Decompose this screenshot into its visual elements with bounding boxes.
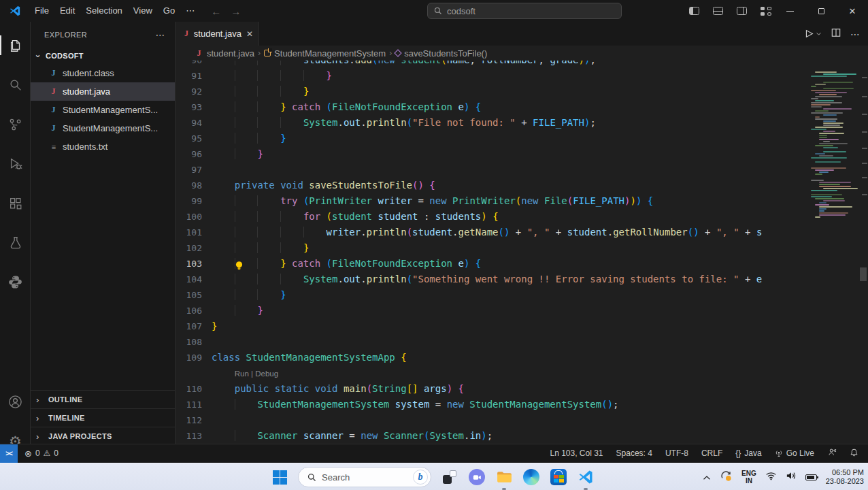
code-line-97[interactable]: 97 [176, 162, 808, 178]
source-control-icon[interactable] [0, 109, 31, 140]
testing-icon[interactable] [0, 227, 31, 258]
command-center-search[interactable]: codsoft [427, 3, 622, 19]
line-number[interactable]: 95 [176, 131, 212, 146]
code-editor[interactable]: 90 students.add(new student(name, rollNu… [176, 61, 808, 444]
breadcrumb-method[interactable]: saveStudentsToFile() [404, 48, 487, 59]
section-java-projects[interactable]: ›JAVA PROJECTS [31, 427, 175, 445]
language-indicator[interactable]: ENGIN [741, 470, 756, 485]
eol-sequence[interactable]: CRLF [701, 448, 722, 458]
breadcrumb-file[interactable]: student.java [207, 48, 254, 59]
battery-icon[interactable] [805, 474, 817, 480]
line-number[interactable]: 100 [176, 209, 212, 225]
task-view-button[interactable] [441, 468, 458, 486]
code-line-90[interactable]: 90 students.add(new student(name, rollNu… [176, 61, 808, 68]
code-line-105[interactable]: 105 } [176, 287, 808, 303]
menu-view[interactable]: View [128, 3, 158, 18]
toggle-primary-sidebar-icon[interactable] [689, 7, 699, 15]
microsoft-store-button[interactable] [550, 468, 567, 486]
code-line-112[interactable]: 112 [176, 412, 808, 428]
line-number[interactable]: 107 [176, 318, 212, 334]
line-number[interactable]: 108 [176, 334, 212, 350]
feedback-icon[interactable] [827, 448, 837, 459]
file-item-students-txt[interactable]: ≡students.txt [31, 137, 175, 156]
code-line-104[interactable]: 104 System.out.println("Something went w… [176, 272, 808, 287]
taskbar-search[interactable]: Search b [298, 467, 431, 487]
code-line-109[interactable]: 109class StudentManagementSystemApp { [176, 350, 808, 365]
problems-errors[interactable]: ⊗ 0 [24, 448, 40, 459]
volume-icon[interactable] [786, 471, 797, 483]
line-number[interactable]: 97 [176, 162, 212, 178]
line-number[interactable]: 105 [176, 287, 212, 303]
line-number[interactable]: 94 [176, 115, 212, 131]
file-item-studentmanagements-[interactable]: JStudentManagementS... [31, 101, 175, 119]
line-number[interactable]: 99 [176, 193, 212, 209]
code-line-95[interactable]: 95 } [176, 131, 808, 146]
line-number[interactable]: 98 [176, 178, 212, 193]
accounts-icon[interactable] [0, 387, 31, 417]
vscode-taskbar-button[interactable] [577, 468, 595, 486]
menu-selection[interactable]: Selection [80, 3, 127, 18]
line-number[interactable] [176, 365, 212, 381]
codelens-run-debug[interactable]: Run | Debug [235, 370, 278, 378]
nav-back-icon[interactable]: ← [211, 5, 221, 17]
line-number[interactable]: 101 [176, 225, 212, 240]
menu-edit[interactable]: Edit [54, 3, 80, 18]
breadcrumb-class[interactable]: StudentManagementSystem [274, 48, 386, 59]
line-number[interactable]: 111 [176, 397, 212, 412]
tray-expand-chevron-icon[interactable] [703, 471, 711, 483]
line-number[interactable]: 106 [176, 303, 212, 318]
file-item-student-java[interactable]: Jstudent.java [31, 82, 175, 101]
file-item-studentmanagements-[interactable]: JStudentManagementS... [31, 119, 175, 137]
code-line-103[interactable]: 103 } catch (FileNotFoundException e) { [176, 256, 808, 272]
customize-layout-icon[interactable] [761, 7, 771, 16]
go-live-button[interactable]: Go Live [775, 448, 814, 458]
bing-icon[interactable]: b [413, 470, 428, 485]
cursor-position[interactable]: Ln 103, Col 31 [550, 448, 603, 458]
code-line-93[interactable]: 93 } catch (FileNotFoundException e) { [176, 99, 808, 115]
line-number[interactable]: 102 [176, 240, 212, 256]
code-line-111[interactable]: 111 StudentManagementSystem system = new… [176, 397, 808, 412]
maximize-button[interactable] [805, 0, 837, 22]
minimize-button[interactable] [774, 0, 805, 22]
tab-close-icon[interactable]: ✕ [246, 29, 253, 39]
code-line-106[interactable]: 106 } [176, 303, 808, 318]
explorer-icon[interactable] [0, 30, 31, 61]
edge-browser-button[interactable] [522, 468, 540, 486]
language-mode[interactable]: {}Java [735, 448, 761, 458]
extensions-icon[interactable] [0, 188, 31, 218]
toggle-panel-icon[interactable] [713, 7, 723, 15]
code-line-96[interactable]: 96 } [176, 146, 808, 162]
start-button[interactable] [271, 468, 288, 486]
encoding[interactable]: UTF-8 [665, 448, 688, 458]
folder-codsoft[interactable]: › CODSOFT [31, 48, 175, 64]
problems-warnings[interactable]: ⚠ 0 [44, 448, 59, 458]
line-number[interactable]: 112 [176, 412, 212, 428]
toggle-secondary-sidebar-icon[interactable] [737, 7, 747, 15]
line-number[interactable]: 110 [176, 381, 212, 397]
line-number[interactable]: 103 [176, 256, 212, 272]
line-number[interactable]: 113 [176, 428, 212, 444]
code-line-92[interactable]: 92 } [176, 84, 808, 99]
remote-indicator[interactable]: >< [0, 444, 18, 463]
close-button[interactable]: ✕ [837, 0, 868, 22]
line-number[interactable]: 93 [176, 99, 212, 115]
tab-student-java[interactable]: J student.java ✕ [176, 22, 259, 46]
codelens-row[interactable]: Run | Debug [176, 365, 808, 381]
split-editor-icon[interactable] [831, 28, 841, 40]
code-line-94[interactable]: 94 System.out.println("File not found: "… [176, 115, 808, 131]
clock[interactable]: 06:50 PM 23-08-2023 [826, 468, 864, 486]
wifi-icon[interactable] [765, 471, 777, 483]
code-line-102[interactable]: 102 } [176, 240, 808, 256]
menu-go[interactable]: Go [158, 3, 180, 18]
line-number[interactable]: 96 [176, 146, 212, 162]
line-number[interactable]: 92 [176, 84, 212, 99]
line-number[interactable]: 109 [176, 350, 212, 365]
line-number[interactable]: 91 [176, 68, 212, 84]
code-line-99[interactable]: 99 try (PrintWriter writer = new PrintWr… [176, 193, 808, 209]
code-line-91[interactable]: 91 } [176, 68, 808, 84]
teams-chat-button[interactable] [468, 468, 486, 486]
code-line-108[interactable]: 108 [176, 334, 808, 350]
code-line-98[interactable]: 98 private void saveStudentsToFile() { [176, 178, 808, 193]
indentation[interactable]: Spaces: 4 [616, 448, 652, 458]
menu-file[interactable]: File [29, 3, 54, 18]
